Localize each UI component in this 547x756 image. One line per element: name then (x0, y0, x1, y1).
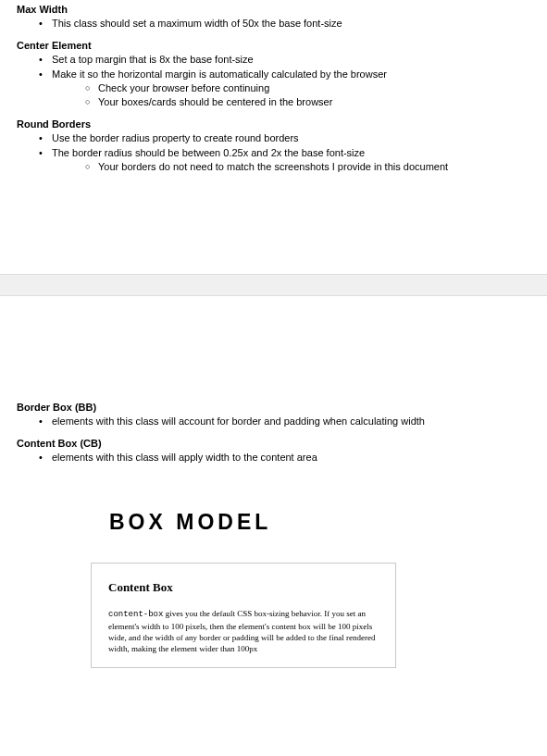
heading-round-borders: Round Borders (17, 118, 530, 130)
box-model-title: BOX MODEL (109, 510, 530, 535)
list-item: elements with this class will apply widt… (39, 451, 530, 465)
content-box-card: Content Box content-box gives you the de… (91, 563, 396, 668)
list-item-text: Make it so the horizontal margin is auto… (52, 68, 387, 80)
list-item: Your borders do not need to match the sc… (85, 160, 530, 174)
sublist-center-element: Check your browser before continuing You… (52, 81, 530, 110)
heading-content-box: Content Box (CB) (17, 438, 530, 449)
page-separator (0, 274, 547, 296)
list-item: This class should set a maximum width of… (39, 17, 530, 31)
list-content-box: elements with this class will apply widt… (17, 451, 530, 465)
list-item: Your boxes/cards should be centered in t… (85, 95, 530, 109)
list-item-text: The border radius should be between 0.25… (52, 147, 365, 158)
list-item: elements with this class will account fo… (39, 415, 530, 428)
page-1: Max Width This class should set a maximu… (0, 4, 547, 274)
box-model-demo: BOX MODEL Content Box content-box gives … (17, 510, 530, 668)
list-item: Set a top margin that is 8x the base fon… (39, 53, 530, 67)
card-code: content-box (108, 610, 163, 619)
list-item: Use the border radius property to create… (39, 131, 530, 145)
list-item: The border radius should be between 0.25… (39, 146, 530, 174)
card-body: content-box gives you the default CSS bo… (108, 608, 379, 654)
sublist-round-borders: Your borders do not need to match the sc… (52, 160, 530, 174)
page-2: Border Box (BB) elements with this class… (0, 296, 547, 685)
list-center-element: Set a top margin that is 8x the base fon… (17, 53, 530, 109)
list-border-box: elements with this class will account fo… (17, 415, 530, 428)
list-item: Check your browser before continuing (85, 81, 530, 95)
list-round-borders: Use the border radius property to create… (17, 131, 530, 174)
heading-max-width: Max Width (17, 4, 530, 15)
heading-border-box: Border Box (BB) (17, 402, 530, 413)
list-item: Make it so the horizontal margin is auto… (39, 68, 530, 110)
heading-center-element: Center Element (17, 40, 530, 51)
page-bottom-space (17, 183, 530, 257)
card-title: Content Box (108, 580, 379, 595)
list-max-width: This class should set a maximum width of… (17, 17, 530, 31)
